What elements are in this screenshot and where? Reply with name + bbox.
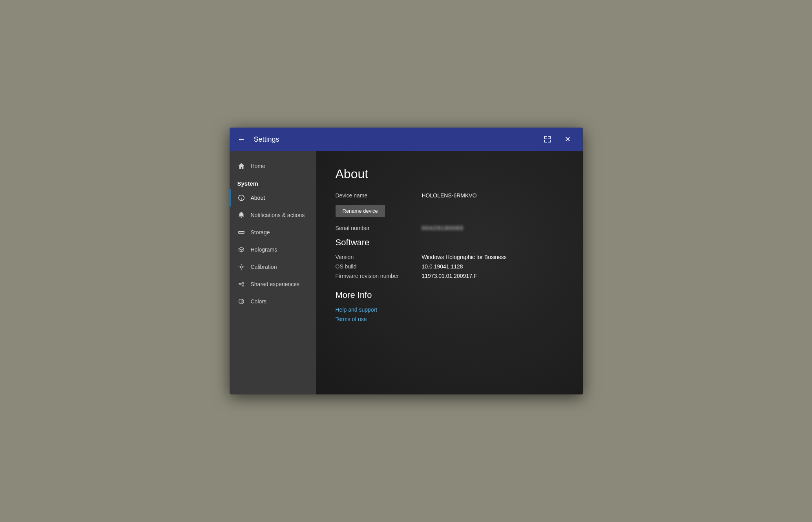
firmware-label: Firmware revision number <box>336 273 422 279</box>
info-icon: i <box>237 194 245 202</box>
serial-value: 00429190065 <box>422 225 464 231</box>
snap-button[interactable] <box>540 132 555 146</box>
help-support-link[interactable]: Help and support <box>336 307 563 313</box>
sidebar-storage-label: Storage <box>251 229 270 235</box>
serial-number-row: Serial number 00429190065 <box>336 225 563 231</box>
version-row: Version Windows Holographic for Business <box>336 254 563 260</box>
device-name-label: Device name <box>336 192 422 199</box>
svg-text:i: i <box>241 196 241 201</box>
sidebar-item-holograms[interactable]: Holograms <box>230 241 316 258</box>
firmware-row: Firmware revision number 11973.01.01.200… <box>336 273 563 279</box>
svg-point-8 <box>242 285 244 287</box>
svg-point-7 <box>242 282 244 284</box>
svg-point-6 <box>239 283 240 285</box>
os-build-row: OS build 10.0.19041.1128 <box>336 263 563 270</box>
sidebar-item-notifications[interactable]: Notifications & actions <box>230 206 316 224</box>
main-content: About Device name HOLOLENS-6RMKVO Rename… <box>316 151 583 394</box>
window-body: Home System i About Notifications & acti… <box>230 151 583 394</box>
sidebar-section-label: System <box>230 175 316 189</box>
bell-icon <box>237 211 245 219</box>
os-build-value: 10.0.19041.1128 <box>422 263 463 270</box>
sidebar-item-home[interactable]: Home <box>230 157 316 175</box>
serial-label: Serial number <box>336 225 422 231</box>
page-title: About <box>336 167 563 181</box>
window-controls: ✕ <box>540 132 575 146</box>
svg-line-9 <box>240 283 242 284</box>
software-heading: Software <box>336 237 563 248</box>
sidebar-shared-label: Shared experiences <box>251 281 300 287</box>
terms-of-use-link[interactable]: Terms of use <box>336 316 563 322</box>
version-value: Windows Holographic for Business <box>422 254 507 260</box>
sidebar-about-label: About <box>251 195 265 201</box>
sidebar-home-label: Home <box>251 163 265 169</box>
sidebar-item-shared[interactable]: Shared experiences <box>230 276 316 293</box>
snap-icon <box>544 136 551 142</box>
back-button[interactable]: ← <box>237 135 246 144</box>
device-name-value: HOLOLENS-6RMKVO <box>422 192 477 199</box>
more-info-heading: More Info <box>336 290 563 300</box>
titlebar: ← Settings ✕ <box>230 128 583 151</box>
os-build-label: OS build <box>336 263 422 270</box>
shared-icon <box>237 280 245 288</box>
rename-device-button[interactable]: Rename device <box>336 205 385 217</box>
device-name-row: Device name HOLOLENS-6RMKVO <box>336 192 563 199</box>
sidebar-notifications-label: Notifications & actions <box>251 212 305 218</box>
settings-window: ← Settings ✕ Home System <box>230 128 583 394</box>
sidebar-item-calibration[interactable]: Calibration <box>230 258 316 276</box>
storage-icon <box>237 228 245 236</box>
svg-point-5 <box>240 266 242 268</box>
version-label: Version <box>336 254 422 260</box>
sidebar-item-colors[interactable]: Colors <box>230 293 316 310</box>
sidebar-item-about[interactable]: i About <box>230 189 316 206</box>
calibration-icon <box>237 263 245 271</box>
close-button[interactable]: ✕ <box>561 132 575 146</box>
window-title: Settings <box>254 135 540 144</box>
sidebar-colors-label: Colors <box>251 298 266 305</box>
firmware-value: 11973.01.01.200917.F <box>422 273 477 279</box>
svg-line-10 <box>240 285 242 285</box>
svg-rect-3 <box>238 231 244 232</box>
sidebar-calibration-label: Calibration <box>251 264 277 270</box>
holograms-icon <box>237 246 245 254</box>
home-icon <box>237 162 245 170</box>
sidebar-holograms-label: Holograms <box>251 246 277 253</box>
sidebar-item-storage[interactable]: Storage <box>230 224 316 241</box>
sidebar: Home System i About Notifications & acti… <box>230 151 316 394</box>
colors-icon <box>237 298 245 305</box>
